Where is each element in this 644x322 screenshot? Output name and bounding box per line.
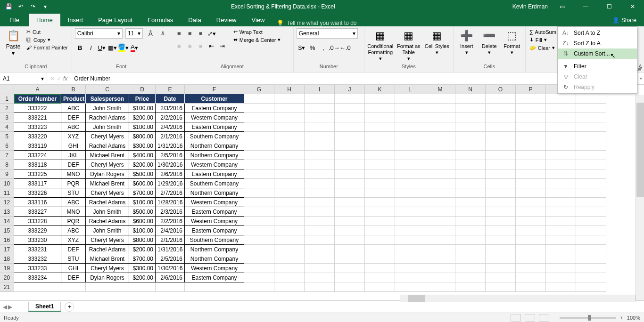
cell[interactable] <box>335 198 365 207</box>
cell[interactable] <box>455 104 486 113</box>
cell[interactable] <box>365 235 395 245</box>
cell[interactable] <box>305 273 335 282</box>
cells-area[interactable]: Order NumberProductSalespersonPriceDateC… <box>14 94 606 292</box>
cell[interactable] <box>305 104 335 113</box>
cell[interactable] <box>305 254 335 264</box>
cell[interactable] <box>546 282 576 292</box>
cell[interactable]: $100.00 <box>129 104 156 113</box>
bold-button[interactable]: B <box>75 42 85 53</box>
cell[interactable] <box>516 207 546 217</box>
tab-formulas[interactable]: Formulas <box>140 14 181 26</box>
column-header[interactable]: D <box>129 85 156 94</box>
cell[interactable] <box>425 282 455 292</box>
cell[interactable] <box>425 151 455 160</box>
redo-icon[interactable]: ↷ <box>27 1 39 12</box>
increase-decimal-icon[interactable]: .0→ <box>329 42 339 53</box>
cell[interactable] <box>425 226 455 235</box>
cell[interactable] <box>395 188 425 198</box>
cell[interactable] <box>365 132 395 141</box>
cell[interactable]: DEF <box>61 273 86 282</box>
cell[interactable] <box>305 217 335 226</box>
cell[interactable]: ABC <box>61 198 86 207</box>
row-headers[interactable]: 123456789101112131415161718192021 <box>0 94 14 292</box>
cell[interactable]: Rachel Adams <box>86 217 129 226</box>
cell[interactable]: 333223 <box>14 122 61 132</box>
cell[interactable] <box>335 151 365 160</box>
cell[interactable] <box>455 179 486 188</box>
cell[interactable] <box>335 273 365 282</box>
cell[interactable]: 333228 <box>14 217 61 226</box>
cell[interactable] <box>335 235 365 245</box>
cell[interactable]: GHI <box>61 141 86 151</box>
cell[interactable] <box>576 141 606 151</box>
cell[interactable]: 333232 <box>14 254 61 264</box>
cell[interactable] <box>274 160 305 169</box>
cell[interactable] <box>516 104 546 113</box>
cell[interactable] <box>395 122 425 132</box>
row-header[interactable]: 13 <box>0 207 14 217</box>
cell[interactable] <box>274 226 305 235</box>
cell[interactable]: $500.00 <box>129 207 156 217</box>
cell[interactable] <box>244 254 274 264</box>
cell[interactable]: 333230 <box>14 235 61 245</box>
cell[interactable]: STU <box>61 188 86 198</box>
row-header[interactable]: 19 <box>0 264 14 273</box>
cell[interactable] <box>305 132 335 141</box>
cell[interactable] <box>395 245 425 254</box>
cell[interactable]: PQR <box>61 217 86 226</box>
cell[interactable]: 333220 <box>14 132 61 141</box>
cell[interactable] <box>395 104 425 113</box>
cell[interactable] <box>244 179 274 188</box>
minimize-icon[interactable]: — <box>576 0 595 13</box>
cell[interactable] <box>576 264 606 273</box>
column-header[interactable]: M <box>425 85 455 94</box>
cell[interactable] <box>546 264 576 273</box>
orientation-icon[interactable]: ⤢▾ <box>206 28 217 39</box>
cell[interactable]: 2/3/2016 <box>156 207 185 217</box>
cell[interactable] <box>129 282 156 292</box>
cell[interactable]: Rachel Adams <box>86 198 129 207</box>
cell[interactable]: John Smith <box>86 207 129 217</box>
row-header[interactable]: 2 <box>0 104 14 113</box>
cell[interactable]: 333118 <box>14 160 61 169</box>
cell[interactable] <box>546 198 576 207</box>
tab-view[interactable]: View <box>244 14 272 26</box>
font-color-button[interactable]: A▾ <box>129 42 140 53</box>
cell[interactable]: ABC <box>61 226 86 235</box>
conditional-formatting-button[interactable]: ▦Conditional Formatting▾ <box>367 28 394 64</box>
cell[interactable]: John Smith <box>86 122 129 132</box>
cell[interactable]: $600.00 <box>129 179 156 188</box>
filter-item[interactable]: ▼Filter <box>558 61 637 72</box>
cell[interactable] <box>516 273 546 282</box>
cell[interactable]: 333229 <box>14 226 61 235</box>
align-bottom-icon[interactable]: ≡ <box>196 28 206 39</box>
cell[interactable] <box>576 226 606 235</box>
cell[interactable] <box>425 254 455 264</box>
cell[interactable] <box>516 169 546 179</box>
border-button[interactable]: ▦▾ <box>107 42 118 53</box>
cell[interactable] <box>486 151 516 160</box>
cell[interactable] <box>244 151 274 160</box>
cell[interactable] <box>365 245 395 254</box>
row-header[interactable]: 12 <box>0 198 14 207</box>
undo-icon[interactable]: ↶ <box>15 1 26 12</box>
cell[interactable] <box>305 94 335 104</box>
column-header[interactable]: O <box>486 85 516 94</box>
cell[interactable] <box>365 179 395 188</box>
cell[interactable] <box>546 235 576 245</box>
cell[interactable] <box>335 226 365 235</box>
cell[interactable]: Rachel Adams <box>86 141 129 151</box>
cell[interactable]: $500.00 <box>129 169 156 179</box>
cell[interactable]: Eastern Company <box>185 122 244 132</box>
cell[interactable] <box>576 198 606 207</box>
column-header[interactable]: I <box>305 85 335 94</box>
cell[interactable] <box>576 132 606 141</box>
cell[interactable] <box>335 141 365 151</box>
cell[interactable] <box>576 104 606 113</box>
format-painter-button[interactable]: 🖌Format Painter <box>25 44 69 51</box>
sort-z-to-a-item[interactable]: Z↓Sort Z to A <box>558 38 637 48</box>
cell[interactable] <box>365 113 395 122</box>
cell[interactable]: Western Company <box>185 160 244 169</box>
cell[interactable]: 1/31/2016 <box>156 245 185 254</box>
table-header-cell[interactable]: Order Number <box>14 94 61 104</box>
